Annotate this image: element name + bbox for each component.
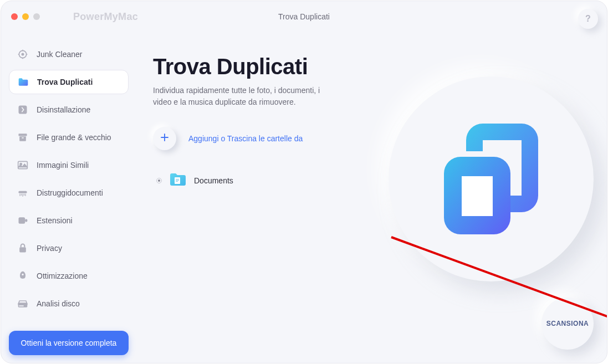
rocket-icon [17, 270, 29, 282]
svg-point-12 [22, 274, 23, 275]
sidebar-item-label: Immagini Simili [37, 161, 89, 170]
sidebar-item-label: Privacy [37, 244, 62, 253]
folder-icon [17, 76, 29, 88]
page-title: Trova Duplicati [278, 12, 330, 21]
sidebar-item-label: Analisi disco [37, 299, 80, 308]
radio-icon[interactable] [156, 178, 162, 183]
help-button[interactable]: ? [578, 9, 598, 29]
svg-rect-2 [19, 106, 27, 114]
svg-rect-16 [176, 179, 179, 180]
svg-rect-20 [462, 176, 493, 216]
shredder-icon [17, 187, 29, 199]
archive-icon [17, 131, 29, 143]
window-controls [11, 13, 40, 20]
svg-point-1 [22, 53, 23, 55]
help-icon: ? [585, 14, 591, 24]
sidebar: Junk Cleaner Trova Duplicati [1, 32, 136, 363]
sidebar-item-trova-duplicati[interactable]: Trova Duplicati [9, 70, 129, 94]
sidebar-item-immagini-simili[interactable]: Immagini Simili [9, 153, 129, 177]
sidebar-item-estensioni[interactable]: Estensioni [9, 208, 129, 233]
svg-rect-5 [22, 137, 23, 139]
crosshair-icon [17, 48, 29, 60]
upgrade-button-label: Ottieni la versione completa [21, 339, 117, 347]
svg-rect-13 [18, 303, 28, 307]
puzzle-icon [17, 214, 29, 227]
upgrade-button[interactable]: Ottieni la versione completa [9, 331, 129, 355]
svg-rect-14 [19, 305, 23, 306]
svg-rect-3 [19, 134, 27, 136]
sidebar-item-analisi-disco[interactable]: Analisi disco [9, 291, 129, 316]
nav: Junk Cleaner Trova Duplicati [9, 42, 129, 331]
svg-rect-4 [19, 136, 26, 141]
sidebar-item-disinstallazione[interactable]: Disinstallazione [9, 98, 129, 122]
disk-icon [17, 298, 29, 310]
main-subheading: Individua rapidamente tutte le foto, i d… [153, 85, 336, 108]
svg-rect-9 [19, 217, 25, 224]
sidebar-item-file-grande[interactable]: File grande & vecchio [9, 125, 129, 150]
duplicate-file-icon [444, 124, 538, 234]
body: Junk Cleaner Trova Duplicati [1, 32, 607, 363]
titlebar: PowerMyMac Trova Duplicati ? [1, 1, 607, 32]
add-folder-button[interactable] [153, 127, 176, 150]
hero-illustration [389, 76, 594, 281]
image-icon [17, 159, 29, 171]
lock-icon [17, 242, 29, 254]
sidebar-item-label: Disinstallazione [37, 105, 90, 114]
svg-rect-17 [176, 180, 179, 181]
sidebar-item-label: Estensioni [37, 216, 73, 225]
svg-rect-8 [19, 191, 27, 193]
svg-rect-18 [176, 181, 178, 182]
sidebar-item-privacy[interactable]: Privacy [9, 236, 129, 260]
scan-button[interactable]: SCANSIONA [541, 298, 594, 350]
sidebar-item-junk-cleaner[interactable]: Junk Cleaner [9, 42, 129, 66]
svg-rect-10 [25, 219, 27, 222]
main-heading: Trova Duplicati [153, 54, 607, 79]
app-window: PowerMyMac Trova Duplicati ? Junk Cleane… [1, 1, 607, 363]
window-close[interactable] [11, 13, 18, 20]
scan-button-label: SCANSIONA [546, 320, 589, 327]
sidebar-item-label: File grande & vecchio [37, 133, 111, 142]
folder-name: Documents [194, 176, 233, 185]
main: Trova Duplicati Individua rapidamente tu… [136, 32, 607, 363]
add-folder-label[interactable]: Aggiungi o Trascina le cartelle da [188, 134, 303, 143]
window-maximize[interactable] [33, 13, 40, 20]
sidebar-item-label: Junk Cleaner [37, 50, 83, 59]
sidebar-item-label: Ottimizzazione [37, 271, 88, 280]
sidebar-item-label: Distruggidocumenti [37, 188, 103, 197]
folder-icon [170, 172, 186, 189]
plus-icon [160, 132, 170, 145]
sidebar-item-ottimizzazione[interactable]: Ottimizzazione [9, 264, 129, 288]
svg-rect-11 [19, 247, 26, 252]
sidebar-item-distruggidocumenti[interactable]: Distruggidocumenti [9, 181, 129, 205]
app-icon [17, 104, 29, 116]
sidebar-item-label: Trova Duplicati [37, 78, 93, 86]
window-minimize[interactable] [22, 13, 29, 20]
app-name: PowerMyMac [73, 11, 138, 23]
